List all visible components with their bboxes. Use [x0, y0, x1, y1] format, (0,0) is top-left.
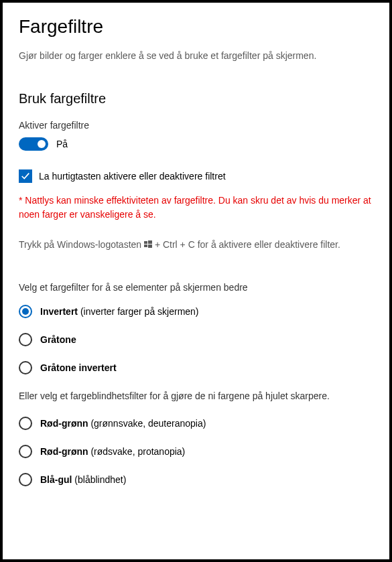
radio-protanopia[interactable]: Rød-grønn (rødsvake, protanopia) [19, 445, 373, 458]
toggle-state-label: På [56, 139, 68, 149]
radio-grayscale[interactable]: Gråtone [19, 333, 373, 346]
radio-label: Rød-grønn (grønnsvake, deuteranopia) [40, 418, 206, 429]
hint-after: + Ctrl + C for å aktivere eller deaktive… [152, 239, 340, 250]
page-description: Gjør bilder og farger enklere å se ved å… [19, 50, 373, 63]
activate-filters-toggle[interactable] [19, 137, 48, 151]
radio-deuteranopia[interactable]: Rød-grønn (grønnsvake, deuteranopia) [19, 417, 373, 430]
filter-select-label: Velg et fargefilter for å se elementer p… [19, 282, 373, 293]
section-title: Bruk fargefiltre [19, 91, 373, 107]
radio-label: Rød-grønn (rødsvake, protanopia) [40, 446, 185, 457]
radio-button [19, 417, 32, 430]
radio-dot-icon [22, 308, 29, 315]
radio-label: Blå-gul (blåblindhet) [40, 474, 126, 485]
radio-label: Invertert (inverter farger på skjermen) [40, 306, 199, 317]
nightlight-warning: * Nattlys kan minske effektiviteten av f… [19, 194, 373, 222]
check-icon [21, 171, 30, 181]
toggle-row: På [19, 137, 373, 151]
radio-label: Gråtone invertert [40, 362, 117, 373]
toggle-label: Aktiver fargefiltre [19, 120, 373, 131]
keyboard-hint: Trykk på Windows-logotasten + Ctrl + C f… [19, 238, 373, 253]
radio-inverted[interactable]: Invertert (inverter farger på skjermen) [19, 305, 373, 318]
hotkey-checkbox[interactable] [19, 169, 32, 183]
hotkey-checkbox-row: La hurtigtasten aktivere eller deaktiver… [19, 169, 373, 184]
radio-button [19, 333, 32, 346]
page-title: Fargefiltre [19, 16, 373, 38]
radio-grayscale-inverted[interactable]: Gråtone invertert [19, 361, 373, 374]
radio-button [19, 305, 32, 318]
hotkey-checkbox-label: La hurtigtasten aktivere eller deaktiver… [39, 169, 226, 184]
warning-star: * [19, 195, 22, 206]
radio-label: Gråtone [40, 334, 76, 345]
toggle-knob [38, 140, 46, 148]
radio-button [19, 445, 32, 458]
radio-tritanopia[interactable]: Blå-gul (blåblindhet) [19, 473, 373, 486]
windows-key-icon [144, 238, 152, 253]
nightlight-link[interactable]: Nattlys [25, 195, 54, 206]
svg-rect-2 [144, 244, 147, 247]
svg-rect-0 [144, 241, 147, 244]
hint-before: Trykk på Windows-logotasten [19, 239, 144, 250]
radio-button [19, 361, 32, 374]
warning-text: kan minske effektiviteten av fargefiltre… [19, 195, 371, 220]
colorblind-description: Eller velg et fargeblindhetsfilter for å… [19, 389, 373, 403]
radio-button [19, 473, 32, 486]
